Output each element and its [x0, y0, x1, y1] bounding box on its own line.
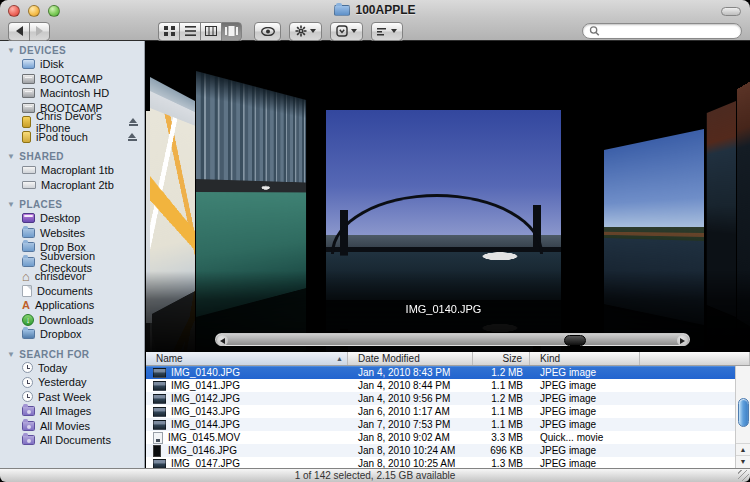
- sidebar-section-header[interactable]: ▼SEARCH FOR: [0, 348, 144, 361]
- drive-ext-icon: [22, 181, 36, 189]
- table-row[interactable]: IMG_0146.JPGJan 8, 2010 10:24 AM696 KBJP…: [146, 444, 735, 457]
- toolbar-toggle-button[interactable]: [721, 7, 741, 16]
- scroll-down-button[interactable]: ▼: [736, 455, 750, 467]
- sidebar-item-websites[interactable]: Websites: [0, 226, 144, 241]
- table-row[interactable]: IMG_0144.JPGJan 7, 2010 7:53 PM1.1 MBJPE…: [146, 418, 735, 431]
- forward-arrow-icon: [36, 26, 43, 36]
- file-size-cell: 3.3 MB: [473, 432, 530, 443]
- scrubber-right-arrow-button[interactable]: [677, 335, 688, 346]
- file-name: IMG_0146.JPG: [168, 445, 237, 456]
- sidebar-item-subversion-checkouts[interactable]: Subversion Checkouts: [0, 255, 144, 270]
- file-date-cell: Jan 6, 2010 1:17 AM: [348, 406, 473, 417]
- sidebar-section-header[interactable]: ▼DEVICES: [0, 44, 144, 57]
- table-row[interactable]: IMG_0147.JPGJan 8, 2010 10:25 AM1.3 MBJP…: [146, 457, 735, 468]
- action-menu-button[interactable]: [289, 22, 322, 41]
- eject-icon[interactable]: [129, 118, 137, 126]
- sidebar-item-idisk[interactable]: iDisk: [0, 57, 144, 72]
- column-header-name[interactable]: Name ▲: [146, 352, 348, 365]
- file-date-cell: Jan 7, 2010 7:53 PM: [348, 419, 473, 430]
- finder-window: 100APPLE: [0, 0, 750, 482]
- sidebar-item-all-images[interactable]: All Images: [0, 404, 144, 419]
- sidebar-item-all-documents[interactable]: All Documents: [0, 433, 144, 448]
- search-field[interactable]: [582, 23, 742, 39]
- sidebar-item-past-week[interactable]: Past Week: [0, 390, 144, 405]
- table-row[interactable]: IMG_0142.JPGJan 4, 2010 9:56 PM1.2 MBJPE…: [146, 392, 735, 405]
- sidebar-item-desktop[interactable]: Desktop: [0, 211, 144, 226]
- sidebar-item-label: chrisdevor: [35, 270, 86, 282]
- ipod-icon: [22, 131, 31, 143]
- file-size-cell: 1.2 MB: [473, 367, 530, 378]
- sidebar-item-label: Macroplant 2tb: [41, 179, 114, 191]
- smart-icon: [22, 406, 35, 416]
- file-name: IMG_0144.JPG: [171, 419, 240, 430]
- sidebar-item-macroplant-2tb[interactable]: Macroplant 2tb: [0, 178, 144, 193]
- custom-action-menu-button[interactable]: [330, 22, 363, 41]
- column-header-date-modified[interactable]: Date Modified: [348, 352, 473, 365]
- arrange-menu-button[interactable]: [371, 22, 403, 41]
- coverflow-scrubber[interactable]: [215, 333, 690, 346]
- photo-thumbnail-icon: [153, 445, 161, 457]
- file-name: IMG_0140.JPG: [171, 367, 240, 378]
- sidebar-section-header[interactable]: ▼PLACES: [0, 198, 144, 211]
- table-row[interactable]: IMG_0140.JPGJan 4, 2010 8:43 PM1.2 MBJPE…: [146, 366, 735, 379]
- clock-icon: [22, 391, 33, 402]
- column-header-size[interactable]: Size: [473, 352, 530, 365]
- scroll-up-button[interactable]: ▲: [736, 443, 750, 455]
- sidebar-item-label: Dropbox: [40, 328, 82, 340]
- table-row[interactable]: IMG_0141.JPGJan 4, 2010 8:44 PM1.1 MBJPE…: [146, 379, 735, 392]
- sidebar-item-chris-devor-s-iphone[interactable]: Chris Devor's iPhone: [0, 115, 144, 130]
- column-view-button[interactable]: [200, 22, 221, 41]
- search-input[interactable]: [600, 25, 735, 37]
- sidebar-item-today[interactable]: Today: [0, 361, 144, 376]
- photo-thumbnail-icon: [153, 368, 166, 378]
- file-date-cell: Jan 4, 2010 9:56 PM: [348, 393, 473, 404]
- scrollbar-thumb[interactable]: [738, 398, 749, 427]
- photo-thumbnail-icon: [153, 459, 166, 469]
- file-date-cell: Jan 4, 2010 8:43 PM: [348, 367, 473, 378]
- icon-view-button[interactable]: [158, 22, 179, 41]
- sidebar-item-all-movies[interactable]: All Movies: [0, 419, 144, 434]
- column-header-kind[interactable]: Kind: [530, 352, 640, 365]
- disclosure-triangle-icon: ▼: [7, 152, 15, 161]
- folder-icon: [22, 257, 35, 267]
- sidebar-item-yesterday[interactable]: Yesterday: [0, 375, 144, 390]
- disclosure-triangle-icon: ▼: [7, 200, 15, 209]
- rounded-square-arrow-icon: [336, 25, 348, 37]
- coverflow-view-icon: [225, 26, 238, 36]
- smart-icon: [22, 421, 35, 431]
- sidebar-section-header[interactable]: ▼SHARED: [0, 150, 144, 163]
- eject-icon[interactable]: [128, 133, 137, 141]
- forward-button[interactable]: [29, 22, 50, 41]
- quick-look-button[interactable]: [254, 22, 281, 41]
- sidebar-item-label: Today: [38, 362, 67, 374]
- scrubber-left-arrow-button[interactable]: [217, 335, 228, 346]
- titlebar[interactable]: 100APPLE: [0, 0, 750, 21]
- document-icon: [22, 285, 32, 297]
- sidebar-item-dropbox[interactable]: Dropbox: [0, 327, 144, 342]
- sidebar-item-documents[interactable]: Documents: [0, 284, 144, 299]
- vertical-scrollbar[interactable]: ▲ ▼: [735, 366, 750, 468]
- file-size-cell: 1.1 MB: [473, 380, 530, 391]
- sidebar-item-macintosh-hd[interactable]: Macintosh HD: [0, 86, 144, 101]
- file-size-cell: 696 KB: [473, 445, 530, 456]
- sidebar-item-label: Applications: [35, 299, 94, 311]
- resize-grip[interactable]: [738, 470, 749, 481]
- sidebar-item-bootcamp[interactable]: BOOTCAMP: [0, 72, 144, 87]
- coverflow-scrubber-knob[interactable]: [564, 335, 586, 346]
- sidebar-item-macroplant-1tb[interactable]: Macroplant 1tb: [0, 163, 144, 178]
- dropdown-caret-icon: [310, 29, 316, 33]
- back-button[interactable]: [8, 22, 29, 41]
- toolbar: [0, 21, 750, 41]
- sidebar-item-downloads[interactable]: ↓Downloads: [0, 313, 144, 328]
- drive-int-icon: [22, 74, 35, 84]
- drive-int-icon: [22, 103, 35, 113]
- file-kind-cell: JPEG image: [530, 380, 640, 391]
- coverflow-view-button[interactable]: [221, 22, 242, 41]
- table-row[interactable]: IMG_0143.JPGJan 6, 2010 1:17 AM1.1 MBJPE…: [146, 405, 735, 418]
- list-view-button[interactable]: [179, 22, 200, 41]
- table-row[interactable]: IMG_0145.MOVJan 8, 2010 9:02 AM3.3 MBQui…: [146, 431, 735, 444]
- sidebar-item-label: Yesterday: [38, 376, 87, 388]
- sidebar-item-applications[interactable]: AApplications: [0, 298, 144, 313]
- column-view-icon: [205, 26, 217, 36]
- sidebar-item-label: Documents: [37, 285, 93, 297]
